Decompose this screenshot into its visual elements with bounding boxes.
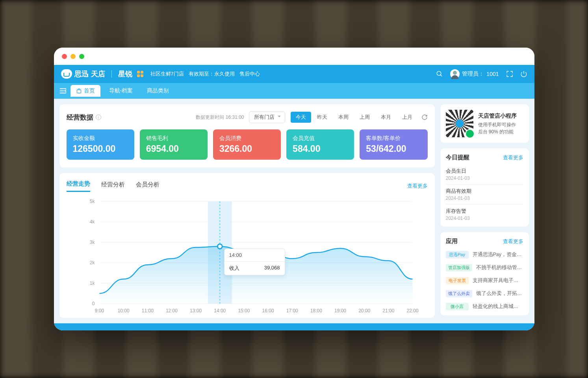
kpi-card[interactable]: 客单数/客单价53/642.00 [360, 129, 427, 160]
tab-category[interactable]: 商品类别 [141, 85, 174, 97]
main-column: 经营数据 i 数据更新时间 16:31:00 所有门店 今天昨天本周上周本月上月… [59, 104, 435, 318]
maximize-dot[interactable] [79, 54, 84, 59]
chart-tooltip: 14:00 收入 39,068 [224, 249, 285, 275]
info-icon[interactable]: i [96, 114, 101, 120]
kpi-value: 53/642.00 [366, 144, 421, 154]
mac-traffic-lights [54, 48, 534, 65]
tab-nav-archive[interactable]: 导航-档案 [104, 85, 139, 97]
topbar: 思迅 天店 星锐 社区生鲜7门店 有效期至：永久使用 售后中心 管理员：1001 [54, 65, 534, 83]
reminders-list: 会员生日2024-01-03商品有效期2024-01-03库存告警2024-01… [446, 164, 523, 224]
reminders-panel: 今日提醒 查看更多 会员生日2024-01-03商品有效期2024-01-03库… [440, 148, 529, 227]
chart-area: 01k2k3k4k5k9:0010:0011:0012:0013:0014:00… [67, 197, 428, 315]
validity: 有效期至：永久使用 [189, 70, 235, 77]
svg-line-1 [441, 75, 442, 76]
apps-panel: 应用 查看更多 思迅Pay开通思迅Pay，资金…管店加强版不挑手机的移动管店…电… [440, 232, 529, 315]
svg-point-0 [437, 71, 441, 76]
admin-info[interactable]: 管理员：1001 [450, 69, 499, 79]
svg-text:13:00: 13:00 [190, 308, 202, 313]
apps-list: 思迅Pay开通思迅Pay，资金…管店加强版不挑手机的移动管店…电子发票支持商家开… [446, 248, 523, 313]
close-dot[interactable] [62, 54, 67, 59]
svg-text:5k: 5k [89, 199, 95, 204]
store-select[interactable]: 所有门店 [249, 111, 285, 123]
kpi-card[interactable]: 实收金额126500.00 [67, 129, 134, 160]
brand-name-1: 思迅 [74, 69, 89, 79]
kpi-label: 实收金额 [73, 135, 128, 142]
brand: 思迅 天店 星锐 [61, 69, 132, 79]
app-item[interactable]: 管店加强版不挑手机的移动管店… [446, 261, 523, 274]
minimize-dot[interactable] [70, 54, 76, 59]
menu-collapse-icon[interactable] [59, 87, 67, 95]
svg-text:20:00: 20:00 [358, 308, 370, 313]
refresh-icon[interactable] [421, 114, 428, 120]
svg-text:12:00: 12:00 [165, 308, 177, 313]
app-item[interactable]: 思迅Pay开通思迅Pay，资金… [446, 248, 523, 261]
apps-title: 应用 [446, 238, 458, 245]
tabbar: 首页 导航-档案 商品类别 [54, 83, 534, 99]
kpi-card[interactable]: 销售毛利6954.00 [140, 129, 208, 160]
promo-text: 天店管店小程序 使用手机即可操作后台 90% 的功能 [478, 112, 517, 135]
app-window: 思迅 天店 星锐 社区生鲜7门店 有效期至：永久使用 售后中心 管理员：1001… [54, 48, 534, 330]
reminders-more[interactable]: 查看更多 [503, 154, 523, 161]
reminders-title: 今日提醒 [446, 154, 469, 161]
promo-card[interactable]: 天店管店小程序 使用手机即可操作后台 90% 的功能 [440, 104, 529, 143]
svg-text:11:00: 11:00 [141, 308, 153, 313]
app-desc: 饿了么外卖，开拓外… [476, 290, 523, 297]
chart-card: 经营走势 经营分析 会员分析 查看更多 01k2k3k4k5k9:0010:00… [59, 173, 435, 318]
kpi-value: 6954.00 [146, 144, 201, 154]
kpi-value: 126500.00 [73, 144, 128, 154]
kpi-value: 3266.00 [219, 144, 275, 154]
power-icon[interactable] [520, 70, 527, 77]
side-column: 天店管店小程序 使用手机即可操作后台 90% 的功能 今日提醒 查看更多 会员生… [440, 104, 529, 318]
app-badge: 微小店 [446, 303, 469, 310]
qr-code-icon [446, 110, 473, 137]
app-desc: 轻盈化的线上商城，… [473, 303, 523, 310]
svg-text:14:00: 14:00 [214, 308, 226, 313]
top-info: 社区生鲜7门店 有效期至：永久使用 售后中心 [137, 70, 260, 77]
chart-tab-analysis[interactable]: 经营分析 [101, 181, 125, 192]
range-tab-上月[interactable]: 上月 [397, 112, 417, 123]
apps-more[interactable]: 查看更多 [503, 238, 523, 245]
chart-see-more[interactable]: 查看更多 [407, 183, 428, 190]
support-link[interactable]: 售后中心 [239, 70, 260, 77]
store-name[interactable]: 社区生鲜7门店 [150, 70, 184, 77]
svg-text:18:00: 18:00 [310, 308, 322, 313]
divider [111, 70, 112, 77]
svg-rect-5 [77, 90, 81, 93]
top-right: 管理员：1001 [436, 69, 527, 79]
update-time: 数据更新时间 16:31:00 [196, 114, 244, 121]
reminder-item[interactable]: 库存告警2024-01-03 [446, 204, 523, 224]
chart-tab-trend[interactable]: 经营走势 [67, 180, 90, 192]
app-item[interactable]: 微小店轻盈化的线上商城，… [446, 300, 523, 313]
data-header: 经营数据 i 数据更新时间 16:31:00 所有门店 今天昨天本周上周本月上月 [59, 104, 435, 127]
range-tab-本月[interactable]: 本月 [376, 112, 396, 123]
svg-text:0: 0 [92, 301, 95, 306]
chart-tab-member[interactable]: 会员分析 [136, 181, 160, 192]
app-desc: 不挑手机的移动管店… [476, 264, 523, 271]
kpi-card[interactable]: 会员消费3266.00 [213, 129, 281, 160]
svg-text:16:00: 16:00 [262, 308, 274, 313]
svg-text:9:00: 9:00 [95, 308, 104, 313]
app-badge: 电子发票 [446, 277, 469, 284]
home-icon [76, 88, 82, 94]
brand-suffix: 星锐 [118, 69, 132, 79]
business-data-card: 经营数据 i 数据更新时间 16:31:00 所有门店 今天昨天本周上周本月上月… [59, 104, 435, 168]
search-icon[interactable] [436, 70, 443, 77]
tab-home[interactable]: 首页 [70, 85, 100, 97]
tooltip-label: 收入 [229, 265, 239, 272]
range-tab-上周[interactable]: 上周 [354, 112, 375, 123]
reminder-item[interactable]: 会员生日2024-01-03 [446, 164, 523, 184]
range-tab-昨天[interactable]: 昨天 [312, 112, 332, 123]
app-item[interactable]: 电子发票支持商家开具电子发… [446, 274, 523, 287]
date-range-tabs: 今天昨天本周上周本月上月 [291, 112, 417, 123]
apps-grid-icon[interactable] [137, 71, 143, 77]
cloud-cart-icon [61, 69, 72, 79]
range-tab-本周[interactable]: 本周 [333, 112, 354, 123]
app-badge: 思迅Pay [446, 251, 469, 258]
section-title: 经营数据 [67, 113, 93, 122]
svg-text:10:00: 10:00 [117, 308, 129, 313]
kpi-card[interactable]: 会员充值584.00 [286, 129, 354, 160]
reminder-item[interactable]: 商品有效期2024-01-03 [446, 184, 523, 204]
fullscreen-icon[interactable] [506, 70, 513, 77]
range-tab-今天[interactable]: 今天 [291, 112, 311, 123]
app-item[interactable]: 饿了么外卖饿了么外卖，开拓外… [446, 287, 523, 300]
